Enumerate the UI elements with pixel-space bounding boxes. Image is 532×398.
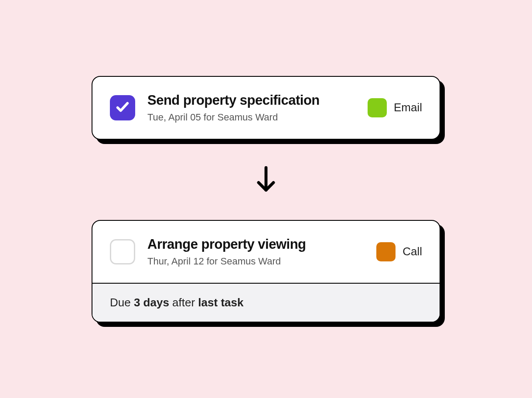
task-due-rule: Due 3 days after last task bbox=[92, 283, 440, 322]
due-days: 3 days bbox=[134, 296, 169, 309]
task-card-body: Arrange property viewing Thur, April 12 … bbox=[92, 221, 440, 283]
tag-label: Call bbox=[402, 245, 422, 258]
due-mid: after bbox=[169, 296, 198, 309]
task-card: Send property specification Tue, April 0… bbox=[92, 76, 440, 140]
tag-swatch bbox=[368, 98, 387, 117]
arrow-down-icon bbox=[255, 166, 277, 194]
task-card: Arrange property viewing Thur, April 12 … bbox=[92, 220, 440, 323]
task-title: Send property specification bbox=[147, 93, 355, 108]
check-icon bbox=[115, 100, 130, 116]
task-subtitle: Tue, April 05 for Seamus Ward bbox=[147, 112, 355, 123]
task-text: Send property specification Tue, April 0… bbox=[147, 93, 355, 123]
tag-label: Email bbox=[394, 101, 422, 114]
tag-swatch bbox=[376, 242, 396, 261]
due-prefix: Due bbox=[110, 296, 134, 309]
task-checkbox-unchecked[interactable] bbox=[110, 239, 135, 264]
task-tag: Call bbox=[376, 242, 422, 261]
due-ref: last task bbox=[198, 296, 243, 309]
task-checkbox-checked[interactable] bbox=[110, 95, 135, 120]
task-card-body: Send property specification Tue, April 0… bbox=[92, 77, 440, 139]
task-subtitle: Thur, April 12 for Seamus Ward bbox=[147, 256, 364, 267]
task-text: Arrange property viewing Thur, April 12 … bbox=[147, 237, 364, 267]
task-tag: Email bbox=[368, 98, 422, 117]
task-title: Arrange property viewing bbox=[147, 237, 364, 252]
